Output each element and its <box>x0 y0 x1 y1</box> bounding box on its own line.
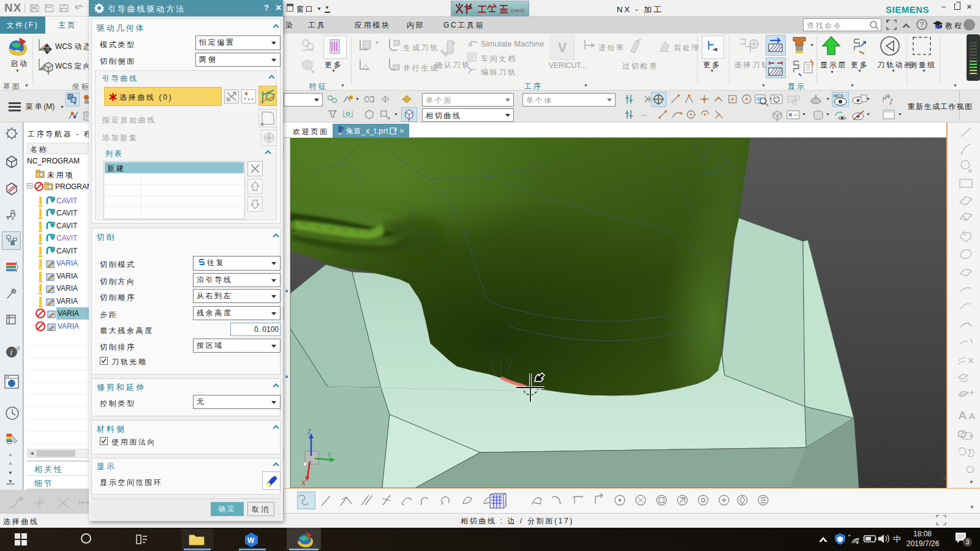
svg-text:A: A <box>969 411 975 421</box>
svg-text:CHKOI: CHKOI <box>511 9 524 13</box>
svg-text:A: A <box>959 409 967 422</box>
svg-text:?: ? <box>920 21 924 28</box>
svg-text:X: X <box>301 480 306 487</box>
svg-text:MCS: MCS <box>834 94 843 98</box>
svg-text:W: W <box>247 536 255 545</box>
svg-text:Y: Y <box>327 452 331 459</box>
svg-text:*: * <box>848 533 851 539</box>
svg-text:Z: Z <box>307 429 311 435</box>
svg-text:x: x <box>889 101 892 105</box>
